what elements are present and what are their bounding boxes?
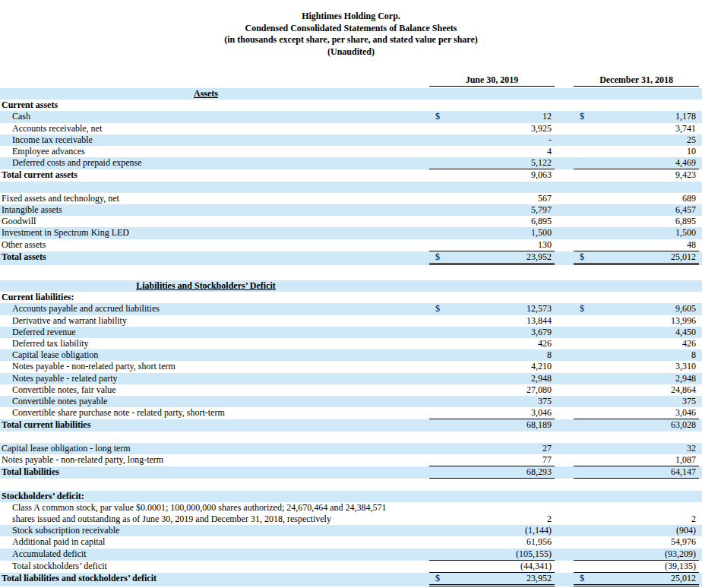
value-june-2019: 5,122: [429, 157, 555, 169]
row-label: Total current assets: [0, 169, 410, 181]
table-row: Fixed assets and technology, net 567 689: [0, 193, 702, 204]
dollar-sign: $: [574, 251, 584, 263]
value-june-2019: 27,080: [429, 384, 555, 396]
value-text: 3,310: [675, 361, 699, 372]
table-row: Capital lease obligation 8 8: [0, 349, 702, 361]
value-june-2019: [429, 491, 555, 502]
value-text: (44,341): [520, 561, 555, 572]
value-text: 2: [547, 514, 555, 525]
value-december-2018: 1,500: [574, 227, 699, 239]
table-row: Income tax receivable - 25: [0, 134, 702, 146]
value-june-2019: 3,046: [429, 407, 555, 419]
row-label: Cash: [0, 111, 410, 122]
value-june-2019: 5,797: [429, 204, 555, 216]
value-june-2019: 2,948: [429, 373, 555, 384]
value-text: 1,500: [675, 227, 699, 239]
value-june-2019: [429, 280, 555, 292]
value-december-2018: (93,209): [574, 548, 699, 561]
row-label: Other assets: [0, 239, 410, 251]
table-row: Total stockholders’ deficit (44,341) (39…: [0, 561, 702, 573]
row-label: Convertible share purchase note - relate…: [0, 407, 410, 419]
value-text: 1,178: [675, 111, 699, 122]
row-label: [0, 265, 410, 280]
value-text: 25,012: [671, 251, 699, 263]
value-june-2019: 6,895: [429, 216, 555, 227]
table-row: Class A common stock, par value $0.0001;…: [0, 502, 702, 525]
table-row: Current liabilities:: [0, 292, 702, 303]
value-december-2018: $9,605: [574, 303, 699, 315]
value-june-2019: $23,952: [429, 573, 555, 586]
value-june-2019: 1,500: [429, 227, 555, 239]
value-text: (1,144): [525, 525, 555, 536]
value-december-2018: 1,087: [574, 454, 699, 466]
column-header-december-2018: December 31, 2018: [574, 74, 699, 87]
statement-title: Condensed Consolidated Statements of Bal…: [0, 23, 702, 35]
row-label: Notes payable - related party: [0, 373, 410, 384]
statement-note: (in thousands except share, per share, a…: [0, 34, 702, 46]
table-row: Intangible assets 5,797 6,457: [0, 204, 702, 216]
value-december-2018: (904): [574, 525, 699, 536]
value-june-2019: [429, 182, 555, 193]
value-december-2018: 6,895: [574, 216, 699, 227]
value-december-2018: 64,147: [574, 466, 699, 479]
value-text: 9,605: [675, 303, 699, 315]
value-june-2019: -: [429, 134, 555, 146]
table-row: Derivative and warrant liability 13,844 …: [0, 315, 702, 327]
row-label: Current assets: [0, 100, 410, 111]
value-december-2018: [574, 292, 699, 303]
row-label: Deferred costs and prepaid expense: [0, 157, 410, 169]
value-text: 6,457: [675, 204, 699, 216]
table-row: [0, 265, 702, 280]
value-june-2019: 375: [429, 396, 555, 407]
value-june-2019: 426: [429, 338, 555, 349]
value-december-2018: [574, 280, 699, 292]
table-row: Convertible share purchase note - relate…: [0, 407, 702, 419]
value-december-2018: 375: [574, 396, 699, 407]
value-june-2019: [429, 432, 555, 443]
value-text: 3,046: [531, 407, 555, 419]
value-text: 25,012: [671, 573, 699, 584]
value-text: 1,087: [675, 454, 699, 466]
value-december-2018: 63,028: [574, 419, 699, 431]
value-text: 426: [538, 338, 555, 349]
value-december-2018: $25,012: [574, 251, 699, 265]
value-text: 8: [547, 349, 555, 361]
dollar-sign: $: [429, 111, 440, 122]
value-december-2018: 3,741: [574, 123, 699, 134]
value-text: 4,469: [675, 157, 699, 169]
value-text: 13,996: [671, 315, 699, 327]
row-label: Notes payable - non-related party, long-…: [0, 454, 410, 466]
row-label: Accounts payable and accrued liabilities: [0, 303, 410, 315]
value-june-2019: 27: [429, 443, 555, 454]
value-december-2018: (39,135): [574, 561, 699, 573]
row-label: Liabilities and Stockholders’ Deficit: [0, 280, 410, 292]
row-label: Derivative and warrant liability: [0, 315, 410, 327]
value-text: 130: [538, 239, 555, 251]
value-text: 375: [682, 396, 699, 407]
value-text: 25: [687, 134, 699, 146]
value-december-2018: [574, 479, 699, 490]
dollar-sign: $: [429, 251, 440, 263]
value-text: 567: [538, 193, 555, 204]
value-text: 6,895: [531, 216, 555, 227]
value-text: 2,948: [675, 373, 699, 384]
dollar-sign: $: [429, 573, 440, 584]
row-label: Employee advances: [0, 146, 410, 157]
row-label: Assets: [0, 88, 410, 100]
value-text: (904): [676, 525, 699, 536]
row-label: Additional paid in capital: [0, 536, 410, 548]
dollar-sign: $: [574, 303, 584, 315]
table-row: [0, 182, 702, 193]
table-row: Stockholders’ deficit:: [0, 491, 702, 502]
table-row: Current assets: [0, 100, 702, 111]
table-row: Liabilities and Stockholders’ Deficit: [0, 280, 702, 292]
value-text: (105,155): [516, 548, 555, 560]
row-label: Notes payable - non-related party, short…: [0, 361, 410, 372]
value-december-2018: 4,450: [574, 327, 699, 338]
table-row: Accumulated deficit (105,155) (93,209): [0, 548, 702, 561]
value-june-2019: 4,210: [429, 361, 555, 372]
value-december-2018: [574, 265, 699, 280]
value-june-2019: $12,573: [429, 303, 555, 315]
table-row: Total assets $23,952 $25,012: [0, 251, 702, 265]
unaudited-label: (Unaudited): [0, 46, 702, 58]
